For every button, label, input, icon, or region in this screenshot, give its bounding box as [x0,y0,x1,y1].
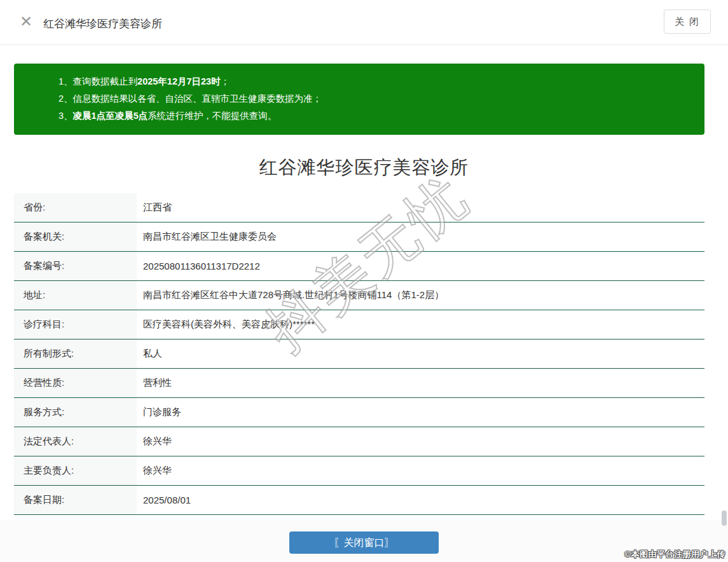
row-label: 法定代表人: [14,427,137,456]
notice-line: 1、查询数据截止到2025年12月7日23时； [58,73,692,90]
table-row-medical-subjects: 诊疗科目: 医疗美容科(美容外科、美容皮肤科)****** [14,310,704,339]
row-label: 备案日期: [14,486,137,514]
row-label: 地址: [14,281,137,310]
row-label: 经营性质: [14,369,137,397]
table-row-principal: 主要负责人: 徐兴华 [14,456,704,486]
row-value: 徐兴华 [137,465,704,477]
close-x-icon[interactable]: ✕ [19,15,33,29]
row-value: 南昌市红谷滩区卫生健康委员会 [137,231,704,243]
row-value: 私人 [137,348,704,360]
row-label: 主要负责人: [14,456,137,485]
row-label: 所有制形式: [14,339,137,368]
table-row-legal-representative: 法定代表人: 徐兴华 [14,427,704,456]
table-row-service-mode: 服务方式: 门诊服务 [14,398,704,427]
table-row-filing-number: 备案编号: 20250801136011317D2212 [14,252,704,281]
row-value: 门诊服务 [137,406,704,418]
row-value: 江西省 [137,202,704,214]
window-titlebar: ✕ 红谷滩华珍医疗美容诊所 关 闭 [0,0,728,45]
row-label: 服务方式: [14,398,137,427]
table-row-filing-date: 备案日期: 2025/08/01 [14,486,704,515]
row-label: 备案机关: [14,223,137,251]
record-detail-table: 省份: 江西省 备案机关: 南昌市红谷滩区卫生健康委员会 备案编号: 20250… [14,193,704,515]
table-row-filing-authority: 备案机关: 南昌市红谷滩区卫生健康委员会 [14,223,704,252]
row-value: 营利性 [137,377,704,389]
table-row-address: 地址: 南昌市红谷滩区红谷中大道728号商城.世纪村1号楼商铺114（第1-2层… [14,281,704,310]
notice-line: 3、凌晨1点至凌晨5点系统进行维护，不能提供查询。 [58,107,692,125]
copyright-watermark: ©本图由平台注册用户上传 [624,549,725,560]
page-title: 红谷滩华珍医疗美容诊所 [0,155,728,181]
close-button[interactable]: 关 闭 [664,10,711,34]
notice-line: 2、信息数据结果以各省、自治区、直辖市卫生健康委数据为准； [58,90,692,107]
row-label: 省份: [14,193,137,222]
row-value: 医疗美容科(美容外科、美容皮肤科)****** [137,319,704,331]
window-title: 红谷滩华珍医疗美容诊所 [43,17,162,31]
row-label: 备案编号: [14,252,137,280]
table-row-province: 省份: 江西省 [14,193,704,223]
table-row-business-nature: 经营性质: 营利性 [14,369,704,398]
table-row-ownership: 所有制形式: 私人 [14,339,704,369]
row-value: 南昌市红谷滩区红谷中大道728号商城.世纪村1号楼商铺114（第1-2层） [137,289,704,301]
row-value: 20250801136011317D2212 [137,261,704,271]
row-value: 徐兴华 [137,435,704,448]
notice-banner: 1、查询数据截止到2025年12月7日23时； 2、信息数据结果以各省、自治区、… [14,64,704,135]
row-label: 诊疗科目: [14,310,137,339]
vertical-scrollbar-thumb[interactable] [722,511,727,526]
close-window-button[interactable]: 〖关闭窗口〗 [289,531,439,554]
row-value: 2025/08/01 [137,495,704,505]
footer-bar: 〖关闭窗口〗 [0,520,728,562]
